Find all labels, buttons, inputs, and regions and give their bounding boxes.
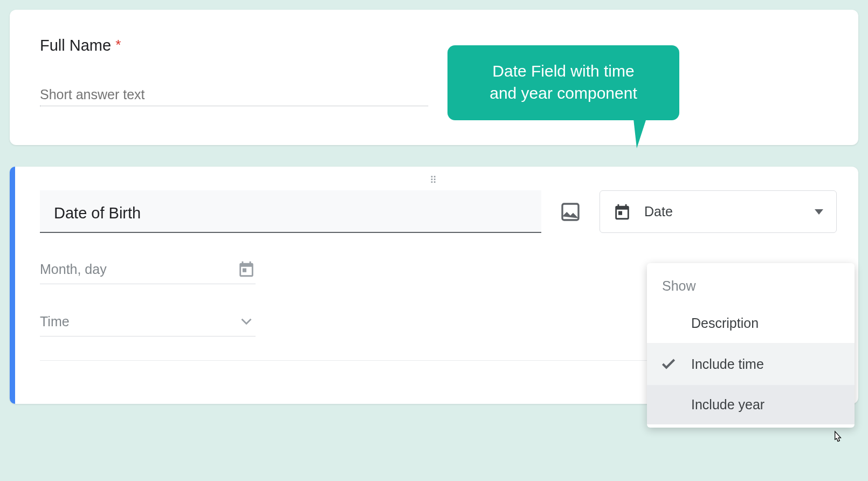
- annotation-line1: Date Field with time: [464, 60, 663, 83]
- check-icon: [660, 355, 677, 373]
- annotation-callout: Date Field with time and year component: [447, 45, 679, 120]
- question-card-full-name: Full Name *: [10, 10, 858, 145]
- question-title-text: Full Name: [40, 37, 111, 54]
- image-icon: [560, 201, 581, 223]
- menu-item-label: Include year: [691, 397, 764, 413]
- date-preview-time: Time: [40, 308, 256, 336]
- question-type-label: Date: [644, 204, 673, 219]
- date-preview-month-day: Month, day: [40, 256, 256, 284]
- question-title: Full Name *: [40, 37, 828, 54]
- annotation-line2: and year component: [464, 83, 663, 105]
- short-answer-input[interactable]: [40, 87, 428, 106]
- options-menu: Show Description Include time Include ye…: [647, 263, 855, 428]
- question-editor-row: Date: [10, 190, 858, 233]
- required-asterisk: *: [115, 37, 121, 53]
- options-menu-header: Show: [647, 276, 855, 304]
- calendar-icon: [237, 260, 256, 278]
- calendar-icon: [613, 203, 631, 221]
- menu-item-include-time[interactable]: Include time: [647, 343, 855, 385]
- menu-item-label: Description: [691, 315, 759, 331]
- question-type-select[interactable]: Date: [600, 190, 837, 233]
- menu-item-label: Include time: [691, 356, 764, 372]
- menu-item-include-year[interactable]: Include year: [647, 385, 855, 424]
- chevron-down-icon: [237, 312, 256, 331]
- time-preview-label: Time: [40, 314, 70, 329]
- pointer-cursor-icon: [830, 430, 844, 450]
- drag-handle-icon[interactable]: ⠿: [10, 167, 858, 190]
- question-title-input[interactable]: [54, 204, 527, 222]
- question-title-field-wrap: [40, 190, 541, 233]
- date-preview-label: Month, day: [40, 262, 107, 277]
- add-image-button[interactable]: [557, 201, 583, 223]
- menu-item-description[interactable]: Description: [647, 304, 855, 343]
- chevron-down-icon: [815, 209, 823, 215]
